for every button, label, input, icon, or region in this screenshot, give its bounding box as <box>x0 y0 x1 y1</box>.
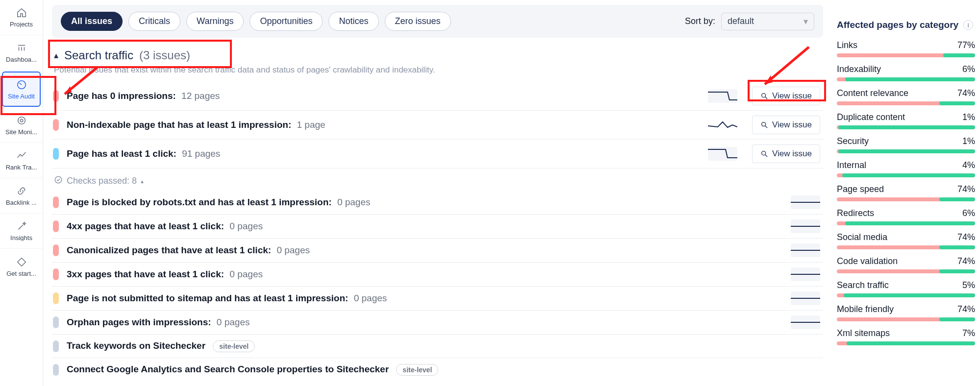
severity-pill <box>53 220 59 232</box>
sidebar-nav: Projects Dashboa... Site Audit Site Moni… <box>0 0 43 386</box>
severity-pill <box>53 148 59 160</box>
sparkline <box>791 267 820 281</box>
pill-warnings[interactable]: Warnings <box>186 12 244 31</box>
category-row[interactable]: Security1% <box>837 136 975 153</box>
wand-icon <box>16 221 27 232</box>
svg-marker-24 <box>765 75 773 84</box>
issue-row[interactable]: Non-indexable page that has at least 1 i… <box>52 111 823 140</box>
panel-title: Affected pages by category i <box>837 20 975 30</box>
pill-zero-issues[interactable]: Zero issues <box>385 12 451 31</box>
issue-row[interactable]: Page has 0 impressions: 12 pages View is… <box>52 82 823 111</box>
issue-title: 3xx pages that have at least 1 click: 0 … <box>67 269 263 280</box>
nav-label: Dashboa... <box>6 56 37 63</box>
category-pct: 74% <box>957 232 975 242</box>
category-pct: 7% <box>962 328 975 338</box>
severity-pill <box>53 364 59 376</box>
pill-criticals[interactable]: Criticals <box>128 12 180 31</box>
category-name: Internal <box>837 160 866 170</box>
pill-notices[interactable]: Notices <box>328 12 378 31</box>
svg-line-13 <box>765 155 767 157</box>
sparkline <box>791 315 820 329</box>
nav-label: Insights <box>10 235 32 241</box>
category-pct: 6% <box>962 208 975 218</box>
sparkline <box>708 118 737 132</box>
sparkline <box>708 89 737 103</box>
info-icon[interactable]: i <box>963 20 973 30</box>
sort-select[interactable]: default ▾ <box>721 13 814 30</box>
issue-title: Canonicalized pages that have at least 1… <box>67 245 310 256</box>
nav-label: Backlink ... <box>6 199 37 206</box>
issue-row[interactable]: Page is not submitted to sitemap and has… <box>52 287 823 311</box>
issue-row[interactable]: Orphan pages with impressions: 0 pages <box>52 311 823 335</box>
nav-rank-tracker[interactable]: Rank Tra... <box>0 143 43 178</box>
category-name: Redirects <box>837 208 874 218</box>
category-pct: 1% <box>962 136 975 146</box>
chevron-up-icon: ▴ <box>141 178 144 185</box>
view-issue-button[interactable]: View issue <box>752 116 820 134</box>
pill-all-issues[interactable]: All issues <box>61 12 123 31</box>
category-name: Search traffic <box>837 280 889 290</box>
issue-row[interactable]: 3xx pages that have at least 1 click: 0 … <box>52 263 823 287</box>
passed-issue-list: Page is blocked by robots.txt and has at… <box>52 191 823 382</box>
category-bar <box>837 101 975 105</box>
svg-point-10 <box>762 122 766 126</box>
category-bar <box>837 173 975 177</box>
chevron-down-icon: ▾ <box>804 16 808 27</box>
nav-backlink[interactable]: Backlink ... <box>0 178 43 214</box>
nav-insights[interactable]: Insights <box>0 214 43 249</box>
annotation-arrow-view-issue <box>755 43 814 92</box>
issue-row[interactable]: 4xx pages that have at least 1 click: 0 … <box>52 215 823 239</box>
category-row[interactable]: Content relevance74% <box>837 88 975 105</box>
issue-row[interactable]: Page is blocked by robots.txt and has at… <box>52 191 823 215</box>
sparkline <box>791 243 820 257</box>
issue-title: Orphan pages with impressions: 0 pages <box>67 317 250 328</box>
category-row[interactable]: Internal4% <box>837 160 975 177</box>
category-row[interactable]: Duplicate content1% <box>837 112 975 129</box>
category-bar <box>837 125 975 129</box>
sparkline <box>708 147 737 161</box>
pill-opportunities[interactable]: Opportunities <box>250 12 323 31</box>
category-pct: 5% <box>962 280 975 290</box>
svg-point-12 <box>762 151 766 155</box>
nav-label: Get start... <box>6 270 36 277</box>
checks-passed-toggle[interactable]: Checks passed: 8 ▴ <box>54 175 823 187</box>
category-row[interactable]: Code validation74% <box>837 256 975 273</box>
category-row[interactable]: Links77% <box>837 40 975 57</box>
category-bar <box>837 317 975 321</box>
nav-label: Projects <box>10 21 33 27</box>
issue-row[interactable]: Connect Google Analytics and Search Cons… <box>52 358 823 382</box>
category-row[interactable]: Indexability6% <box>837 64 975 81</box>
category-name: Links <box>837 40 857 50</box>
severity-pill <box>53 268 59 280</box>
category-row[interactable]: Redirects6% <box>837 208 975 225</box>
category-row[interactable]: Page speed74% <box>837 184 975 201</box>
category-bar <box>837 293 975 297</box>
trend-icon <box>16 150 27 161</box>
category-pct: 1% <box>962 112 975 122</box>
sort-value: default <box>728 16 754 26</box>
svg-line-11 <box>765 126 767 128</box>
category-name: Xml sitemaps <box>837 328 890 338</box>
nav-get-started[interactable]: Get start... <box>0 249 43 284</box>
sort-by-label: Sort by: <box>685 16 715 26</box>
view-issue-button[interactable]: View issue <box>752 145 820 163</box>
main-content: All issues Criticals Warnings Opportunit… <box>43 0 832 386</box>
issue-row[interactable]: Track keywords on Sitechecker site-level <box>52 335 823 358</box>
diamond-icon <box>16 257 27 267</box>
issue-row[interactable]: Canonicalized pages that have at least 1… <box>52 239 823 263</box>
svg-point-5 <box>18 117 25 124</box>
category-row[interactable]: Social media74% <box>837 232 975 249</box>
nav-dashboard[interactable]: Dashboa... <box>0 35 43 71</box>
nav-projects[interactable]: Projects <box>0 0 43 35</box>
category-row[interactable]: Xml sitemaps7% <box>837 328 975 345</box>
category-pct: 4% <box>962 160 975 170</box>
category-row[interactable]: Mobile friendly74% <box>837 304 975 321</box>
category-bar <box>837 149 975 153</box>
link-icon <box>16 186 27 196</box>
issue-title: Connect Google Analytics and Search Cons… <box>67 364 438 376</box>
category-row[interactable]: Search traffic5% <box>837 280 975 297</box>
issue-row[interactable]: Page has at least 1 click: 91 pages View… <box>52 140 823 169</box>
issue-list: Page has 0 impressions: 12 pages View is… <box>52 82 823 169</box>
check-icon <box>54 175 63 187</box>
sparkline <box>791 195 820 209</box>
